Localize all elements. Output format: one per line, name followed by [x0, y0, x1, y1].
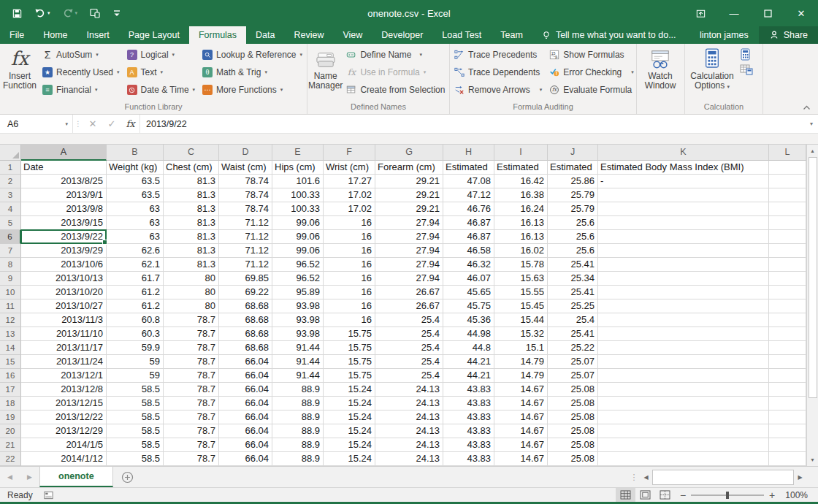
more-functions-button[interactable]: ⋯More Functions▾	[199, 81, 306, 99]
cell-E11[interactable]: 93.98	[272, 299, 324, 313]
maximize-button[interactable]	[751, 0, 784, 26]
cell-H7[interactable]: 46.58	[443, 244, 494, 258]
cell-G22[interactable]: 24.13	[375, 452, 443, 466]
cell-L13[interactable]	[769, 327, 806, 341]
cell-I11[interactable]: 15.45	[494, 299, 548, 313]
cell-J10[interactable]: 25.41	[548, 286, 598, 299]
cell-B13[interactable]: 60.3	[107, 327, 164, 341]
cell-E18[interactable]: 88.9	[272, 397, 324, 411]
cell-A7[interactable]: 2013/9/29	[21, 244, 107, 258]
close-button[interactable]: ✕	[784, 0, 818, 26]
column-header-G[interactable]: G	[375, 145, 443, 161]
sheet-nav-left-icon[interactable]: ◀	[0, 467, 20, 487]
cell-I13[interactable]: 15.32	[494, 327, 548, 341]
tab-view[interactable]: View	[333, 26, 372, 44]
cell-F1[interactable]: Wrist (cm)	[324, 161, 375, 175]
cell-H5[interactable]: 46.87	[443, 216, 494, 230]
row-header-22[interactable]: 22	[0, 452, 21, 466]
column-header-B[interactable]: B	[107, 145, 164, 161]
cell-J11[interactable]: 25.25	[548, 299, 598, 313]
row-header-21[interactable]: 21	[0, 438, 21, 452]
cell-H17[interactable]: 43.83	[443, 383, 494, 397]
tab-developer[interactable]: Developer	[372, 26, 432, 44]
cell-H14[interactable]: 44.8	[443, 341, 494, 355]
math-trig-button[interactable]: θMath & Trig▾	[199, 64, 306, 81]
cell-J19[interactable]: 25.08	[548, 411, 598, 424]
cell-L9[interactable]	[769, 272, 806, 286]
cell-A8[interactable]: 2013/10/6	[21, 258, 107, 272]
cell-C11[interactable]: 80	[164, 299, 219, 313]
row-header-11[interactable]: 11	[0, 299, 21, 313]
create-from-selection-button[interactable]: Create from Selection	[343, 81, 448, 99]
cell-B16[interactable]: 59	[107, 369, 164, 383]
column-header-I[interactable]: I	[494, 145, 548, 161]
cell-A18[interactable]: 2013/12/15	[21, 397, 107, 411]
cell-K8[interactable]	[598, 258, 769, 272]
vertical-scrollbar[interactable]: ▲ ▼	[806, 145, 818, 466]
cell-J3[interactable]: 25.79	[548, 188, 598, 202]
cell-H13[interactable]: 44.98	[443, 327, 494, 341]
cell-A16[interactable]: 2013/12/1	[21, 369, 107, 383]
cell-B17[interactable]: 58.5	[107, 383, 164, 397]
cell-E15[interactable]: 91.44	[272, 355, 324, 369]
cell-E20[interactable]: 88.9	[272, 424, 324, 438]
cell-F18[interactable]: 15.24	[324, 397, 375, 411]
column-header-K[interactable]: K	[598, 145, 769, 161]
cell-I1[interactable]: Estimated	[494, 161, 548, 175]
normal-view-button[interactable]	[616, 488, 635, 503]
cell-D7[interactable]: 71.12	[219, 244, 272, 258]
undo-dropdown-icon[interactable]: ▾	[47, 10, 50, 16]
tab-scroll-grip[interactable]: ⋮	[628, 467, 640, 487]
column-header-A[interactable]: A	[21, 145, 107, 161]
scroll-up-icon[interactable]: ▲	[807, 145, 818, 157]
cell-A4[interactable]: 2013/9/8	[21, 202, 107, 216]
cell-G17[interactable]: 24.13	[375, 383, 443, 397]
share-button[interactable]: Share	[759, 26, 818, 44]
cell-L21[interactable]	[769, 438, 806, 452]
cell-H15[interactable]: 44.21	[443, 355, 494, 369]
cell-E10[interactable]: 95.89	[272, 286, 324, 299]
cell-F13[interactable]: 15.75	[324, 327, 375, 341]
cell-F22[interactable]: 15.24	[324, 452, 375, 466]
row-header-20[interactable]: 20	[0, 424, 21, 438]
cell-A21[interactable]: 2014/1/5	[21, 438, 107, 452]
cell-L11[interactable]	[769, 299, 806, 313]
cell-B11[interactable]: 61.2	[107, 299, 164, 313]
insert-function-fx-icon[interactable]: fx	[121, 115, 140, 133]
cell-J2[interactable]: 25.86	[548, 175, 598, 188]
cell-F21[interactable]: 15.24	[324, 438, 375, 452]
cell-F10[interactable]: 16	[324, 286, 375, 299]
cell-H6[interactable]: 46.87	[443, 230, 494, 244]
scroll-left-icon[interactable]: ◀	[640, 467, 652, 487]
cell-I19[interactable]: 14.67	[494, 411, 548, 424]
cell-L14[interactable]	[769, 341, 806, 355]
cell-I20[interactable]: 14.67	[494, 424, 548, 438]
cell-D21[interactable]: 66.04	[219, 438, 272, 452]
cell-F19[interactable]: 15.24	[324, 411, 375, 424]
cell-G14[interactable]: 25.4	[375, 341, 443, 355]
cell-G5[interactable]: 27.94	[375, 216, 443, 230]
cell-I6[interactable]: 16.13	[494, 230, 548, 244]
cell-K20[interactable]	[598, 424, 769, 438]
cell-G4[interactable]: 29.21	[375, 202, 443, 216]
cell-G7[interactable]: 27.94	[375, 244, 443, 258]
cell-A11[interactable]: 2013/10/27	[21, 299, 107, 313]
row-header-19[interactable]: 19	[0, 411, 21, 424]
cell-C15[interactable]: 78.7	[164, 355, 219, 369]
cell-C19[interactable]: 78.7	[164, 411, 219, 424]
cell-D5[interactable]: 71.12	[219, 216, 272, 230]
cell-H16[interactable]: 44.21	[443, 369, 494, 383]
ribbon-display-options-icon[interactable]	[684, 0, 717, 26]
show-formulas-button[interactable]: 152Show Formulas	[546, 46, 638, 64]
cell-G15[interactable]: 25.4	[375, 355, 443, 369]
cell-G12[interactable]: 25.4	[375, 313, 443, 327]
cell-J14[interactable]: 25.22	[548, 341, 598, 355]
cell-C7[interactable]: 81.3	[164, 244, 219, 258]
cell-B14[interactable]: 59.9	[107, 341, 164, 355]
cell-H9[interactable]: 46.07	[443, 272, 494, 286]
cell-A20[interactable]: 2013/12/29	[21, 424, 107, 438]
touch-mouse-mode-button[interactable]	[89, 7, 102, 19]
error-checking-button[interactable]: !Error Checking▾	[546, 64, 638, 81]
row-header-12[interactable]: 12	[0, 313, 21, 327]
cell-G18[interactable]: 24.13	[375, 397, 443, 411]
